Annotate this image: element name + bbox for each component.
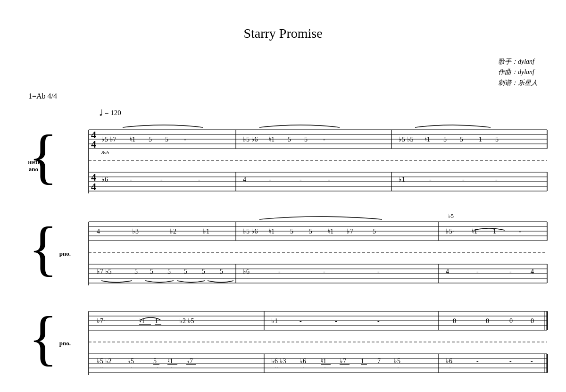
svg-text:0: 0 xyxy=(531,317,534,325)
svg-text:·  ·: · · xyxy=(100,366,103,370)
svg-text:-: - xyxy=(323,268,325,275)
svg-text:♮1: ♮1 xyxy=(321,358,326,365)
svg-text:4: 4 xyxy=(446,268,449,275)
arranger-label: 制谱：乐星人 xyxy=(498,78,538,88)
svg-text:♭2 ♭5: ♭2 ♭5 xyxy=(179,317,194,325)
svg-text:·: · xyxy=(157,366,158,370)
svg-text:♭7·: ♭7· xyxy=(97,317,105,325)
svg-text:♭1: ♭1 xyxy=(271,317,278,325)
svg-text:-: - xyxy=(198,176,200,183)
svg-text:·: · xyxy=(247,184,248,188)
svg-text:♭5 ♭6: ♭5 ♭6 xyxy=(243,228,258,235)
svg-text:·: · xyxy=(171,366,172,370)
page: Starry Promise 歌手：dylanf 作曲：dylanf 制谱：乐星… xyxy=(0,0,566,392)
svg-text:·: · xyxy=(105,184,106,188)
svg-text:·  ·: · · xyxy=(402,144,405,148)
svg-text:-: - xyxy=(184,136,186,143)
svg-text:♭7: ♭7 xyxy=(347,228,353,235)
svg-text:5: 5 xyxy=(184,268,187,275)
svg-text:♭5: ♭5 xyxy=(448,213,454,219)
svg-text:pno.: pno. xyxy=(59,340,71,347)
svg-text:♮1: ♮1 xyxy=(328,228,333,235)
key-signature: 1=Ab 4/4 xyxy=(28,92,57,100)
svg-text:8vb: 8vb xyxy=(101,150,109,155)
svg-text:♭2: ♭2 xyxy=(170,228,176,235)
svg-text:0: 0 xyxy=(453,317,456,325)
tempo-note-icon: ♩ xyxy=(99,108,103,118)
svg-text:1: 1 xyxy=(479,136,482,143)
composer-label: 作曲：dylanf xyxy=(498,67,538,77)
svg-text:-: - xyxy=(462,176,465,183)
svg-text:·: · xyxy=(170,276,171,280)
svg-text:♭5: ♭5 xyxy=(127,358,134,365)
svg-text:·: · xyxy=(223,276,224,280)
svg-text:·: · xyxy=(398,366,399,370)
svg-text:5: 5 xyxy=(202,268,205,275)
svg-text:♭5·: ♭5· xyxy=(446,228,454,235)
svg-text:5: 5 xyxy=(460,136,463,143)
svg-text:0: 0 xyxy=(509,317,513,325)
svg-text:♭6: ♭6 xyxy=(101,176,108,183)
system2-svg: { pno. 4 ♭3 ♭2 ♭1 xyxy=(28,212,552,292)
svg-text:-: - xyxy=(269,176,271,183)
svg-text:5: 5 xyxy=(165,136,168,143)
svg-text:Piano: Piano xyxy=(28,166,38,173)
svg-text:♭1: ♭1 xyxy=(203,228,209,235)
svg-text:-: - xyxy=(377,268,380,275)
svg-text:-: - xyxy=(519,228,521,235)
svg-text:·: · xyxy=(402,184,403,188)
svg-text:5: 5 xyxy=(373,228,376,235)
svg-text:·: · xyxy=(187,276,188,280)
system1-svg: { Acoustic Piano 4 4 4 4 8vb xyxy=(28,120,552,203)
svg-text:5: 5 xyxy=(309,228,312,235)
meta-info: 歌手：dylanf 作曲：dylanf 制谱：乐星人 xyxy=(498,57,538,88)
svg-text:7: 7 xyxy=(377,358,381,365)
svg-text:♭5: ♭5 xyxy=(394,358,400,365)
svg-text:-: - xyxy=(476,268,479,275)
svg-text:♭6: ♭6 xyxy=(446,358,452,365)
svg-text:·  ·: · · xyxy=(275,366,278,370)
svg-text:5: 5 xyxy=(290,228,293,235)
svg-text:·: · xyxy=(247,276,248,280)
svg-text:-: - xyxy=(328,176,330,183)
svg-text:-: - xyxy=(300,176,302,183)
svg-text:♭7: ♭7 xyxy=(186,358,193,365)
svg-text:-: - xyxy=(429,176,432,183)
svg-text:-: - xyxy=(130,176,132,183)
svg-text:5: 5 xyxy=(167,268,171,275)
singer-label: 歌手：dylanf xyxy=(498,57,538,67)
svg-text:{: { xyxy=(28,122,58,190)
svg-text:4: 4 xyxy=(97,228,100,235)
svg-text:·  ·: · · xyxy=(247,236,250,240)
svg-text:-: - xyxy=(377,317,380,325)
svg-text:-: - xyxy=(495,176,498,183)
svg-text:5: 5 xyxy=(495,136,499,143)
tempo-marking: ♩ = 120 xyxy=(99,108,121,118)
svg-text:·: · xyxy=(449,366,450,370)
svg-text:·: · xyxy=(205,276,206,280)
svg-text:♭6: ♭6 xyxy=(300,358,306,365)
svg-text:♮1: ♮1 xyxy=(130,136,135,143)
svg-text:Acoustic: Acoustic xyxy=(28,158,42,166)
svg-text:5: 5 xyxy=(304,136,308,143)
svg-text:-: - xyxy=(335,317,337,325)
svg-text:·: · xyxy=(137,276,138,280)
svg-text:4: 4 xyxy=(91,181,96,192)
svg-text:♮1: ♮1 xyxy=(424,136,430,143)
svg-text:pno.: pno. xyxy=(59,250,71,257)
svg-text:·  ·: · · xyxy=(105,144,108,148)
svg-text:♮1: ♮1 xyxy=(472,228,477,235)
svg-text:♮1: ♮1 xyxy=(167,358,173,365)
svg-text:5: 5 xyxy=(288,136,291,143)
svg-text:♭5 ♭7: ♭5 ♭7 xyxy=(101,136,117,143)
svg-text:-: - xyxy=(160,176,163,183)
svg-text:0: 0 xyxy=(486,317,489,325)
svg-text:{: { xyxy=(28,214,58,282)
svg-text:5: 5 xyxy=(134,268,138,275)
svg-text:·: · xyxy=(325,366,325,370)
svg-text:♭3: ♭3 xyxy=(132,228,139,235)
svg-text:♮1: ♮1 xyxy=(269,136,275,143)
svg-text:♭1: ♭1 xyxy=(399,176,405,183)
svg-text:♭5 ♭2: ♭5 ♭2 xyxy=(97,358,112,365)
svg-text:·  ·: · · xyxy=(247,144,250,148)
